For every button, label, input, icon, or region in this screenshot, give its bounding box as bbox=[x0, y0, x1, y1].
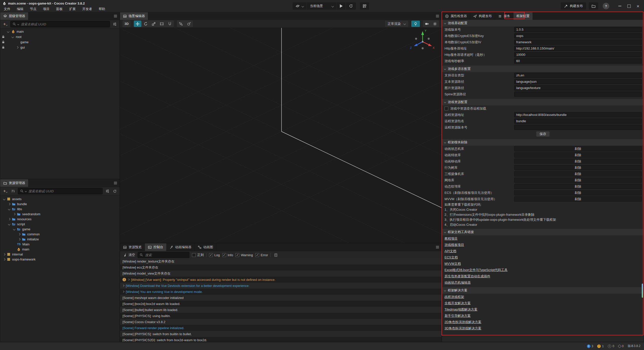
log-row-info[interactable]: [Scene] Forward render pipeline initiali… bbox=[120, 325, 441, 331]
remote-url-input[interactable] bbox=[514, 112, 642, 117]
asset-row-oops-framework[interactable]: oops-framework bbox=[0, 257, 119, 262]
expand-toggle-icon[interactable] bbox=[18, 233, 21, 235]
scene-light-toggle[interactable] bbox=[411, 21, 420, 27]
scene-viewport[interactable]: Y X Z bbox=[120, 28, 441, 243]
asset-row-common[interactable]: common bbox=[0, 232, 119, 237]
section-game-basic[interactable]: 游戏基础配置 bbox=[442, 20, 644, 26]
tree-node-root[interactable]: root bbox=[0, 34, 119, 39]
http-timeout-input[interactable] bbox=[514, 52, 642, 57]
log-file-button[interactable] bbox=[273, 253, 278, 257]
tab-build-publish[interactable]: 构建发布 bbox=[470, 12, 495, 20]
tree-node-gui[interactable]: gui bbox=[0, 45, 119, 50]
move-tool-button[interactable] bbox=[134, 21, 141, 27]
lang-texture-path-input[interactable] bbox=[514, 85, 642, 91]
remote-load-checkbox[interactable] bbox=[445, 107, 448, 110]
asset-row-script[interactable]: script bbox=[0, 222, 119, 227]
log-row[interactable]: [Scene] [PHYSICS]: using builtin. bbox=[120, 313, 441, 319]
remove-move-button[interactable]: 剔除 bbox=[514, 159, 642, 164]
log-row-warning[interactable]: ! [Window] [Vue warn]: Property "onInput… bbox=[120, 277, 441, 283]
ui-gizmo-button[interactable] bbox=[166, 21, 174, 27]
panel-menu-icon[interactable] bbox=[113, 181, 117, 185]
build-publish-button[interactable]: 构建发布 bbox=[561, 2, 586, 10]
preview-qr-button[interactable] bbox=[360, 2, 369, 10]
tree-node-game[interactable]: game bbox=[0, 39, 119, 45]
remove-behavior-button[interactable]: 剔除 bbox=[514, 165, 642, 170]
clear-console-button[interactable]: 清空 bbox=[124, 253, 135, 257]
status-error-count[interactable]: ✕ 0 bbox=[608, 344, 614, 348]
rect-tool-button[interactable] bbox=[158, 21, 166, 27]
expand-log-icon[interactable] bbox=[128, 279, 130, 281]
remove-camera-button[interactable]: 剔除 bbox=[514, 171, 642, 177]
minimize-button[interactable] bbox=[615, 2, 624, 10]
menu-project[interactable]: 项目 bbox=[40, 6, 53, 12]
link-mvvm-docs[interactable]: MVVM文档 bbox=[445, 261, 461, 266]
game-version-input[interactable] bbox=[514, 27, 642, 32]
menu-edit[interactable]: 编辑 bbox=[14, 6, 27, 12]
toggle-3d-button[interactable]: 3D bbox=[123, 21, 130, 27]
asset-row-internal[interactable]: internal bbox=[0, 252, 119, 257]
render-mode-select[interactable]: 正常渲染 bbox=[385, 21, 408, 27]
save-button[interactable]: 保存 bbox=[536, 131, 550, 137]
expand-toggle-icon[interactable] bbox=[12, 36, 14, 38]
link-guide-solution[interactable]: 新手引导解决方案 bbox=[445, 314, 471, 318]
expand-toggle-icon[interactable] bbox=[8, 223, 11, 225]
lang-spine-path-input[interactable] bbox=[514, 92, 642, 97]
remove-effect-button[interactable]: 剔除 bbox=[514, 152, 642, 158]
log-row[interactable]: [Window] model_view文件夹存在 bbox=[120, 271, 441, 277]
log-row[interactable]: [Scene] [PHYSICS]: switch from builtin t… bbox=[120, 331, 441, 337]
expand-toggle-icon[interactable] bbox=[3, 258, 6, 260]
section-modules[interactable]: 框架模块剔除 bbox=[442, 139, 644, 146]
tab-assets[interactable]: 资源管理器 bbox=[0, 179, 28, 187]
panel-menu-icon[interactable] bbox=[435, 14, 439, 18]
tab-framework-config[interactable]: 框架配置 bbox=[513, 12, 533, 20]
expand-toggle-icon[interactable] bbox=[7, 30, 10, 33]
crypto-key-input[interactable] bbox=[514, 33, 642, 38]
languages-input[interactable] bbox=[514, 73, 642, 78]
log-row[interactable]: [Scene] [bullet]:bullet wasm lib loaded. bbox=[120, 307, 441, 313]
log-row[interactable]: [Window] render_texture文件夹存在 bbox=[120, 258, 441, 265]
link-template-project[interactable]: 游戏模板项目 bbox=[445, 243, 464, 247]
link-ecs-docs[interactable]: ECS文档 bbox=[445, 255, 458, 260]
expand-toggle-icon[interactable] bbox=[3, 253, 6, 255]
create-asset-button[interactable]: + bbox=[2, 189, 8, 193]
expand-toggle-icon[interactable] bbox=[3, 198, 6, 200]
asset-row-resources[interactable]: resources bbox=[0, 216, 119, 222]
error-checkbox[interactable]: ✓ bbox=[255, 253, 259, 257]
tab-console[interactable]: 控制台 bbox=[145, 243, 167, 251]
link-3d-rpg-solution[interactable]: 3D角色扮演游戏解决方案 bbox=[445, 326, 481, 331]
asset-row-game[interactable]: game bbox=[0, 227, 119, 232]
info-checkbox[interactable]: ✓ bbox=[222, 253, 226, 257]
section-docs[interactable]: 框架文档工具链接 bbox=[442, 229, 644, 235]
lang-json-path-input[interactable] bbox=[514, 79, 642, 84]
maximize-button[interactable] bbox=[624, 2, 633, 10]
panel-menu-icon[interactable] bbox=[113, 14, 117, 18]
log-row[interactable]: [Scene] meshopt wasm decoder initialized bbox=[120, 295, 441, 301]
remote-version-input[interactable] bbox=[514, 125, 642, 130]
expand-log-icon[interactable] bbox=[122, 291, 124, 293]
view-gizmo[interactable]: Y X Z bbox=[409, 28, 436, 56]
console-search-input[interactable] bbox=[145, 253, 176, 257]
regex-toggle[interactable]: 正则 bbox=[192, 253, 204, 257]
section-language[interactable]: 游戏多语言配置 bbox=[442, 66, 644, 72]
warning-checkbox[interactable]: ✓ bbox=[235, 253, 239, 257]
log-row[interactable]: [Scene] [box2d]:box2d wasm lib loaded. bbox=[120, 301, 441, 307]
asset-row-main-ts[interactable]: Main bbox=[0, 242, 119, 247]
play-button[interactable] bbox=[337, 2, 346, 10]
menu-node[interactable]: 节点 bbox=[27, 6, 40, 12]
remote-bundle-input[interactable] bbox=[514, 118, 642, 124]
inspector-scrollbar-thumb[interactable] bbox=[642, 284, 643, 298]
link-tiledmap-solution[interactable]: Tiledmap地图解决方案 bbox=[445, 307, 477, 312]
remove-dynamic-texture-button[interactable]: 剔除 bbox=[514, 184, 642, 189]
expand-toggle-icon[interactable] bbox=[18, 238, 21, 240]
regex-checkbox[interactable] bbox=[192, 253, 196, 257]
log-row[interactable]: [Scene] [PHYSICS2D]: switch from box2d-w… bbox=[120, 337, 441, 342]
panel-menu-icon[interactable] bbox=[435, 245, 439, 249]
menu-help[interactable]: 帮助 bbox=[95, 6, 108, 12]
sort-assets-button[interactable] bbox=[10, 189, 16, 193]
reload-button[interactable] bbox=[346, 2, 356, 10]
http-server-input[interactable] bbox=[514, 46, 642, 51]
log-row[interactable]: [Scene] Cocos Creator v3.8.2 bbox=[120, 319, 441, 325]
link-tactics-framework[interactable]: 战棋游戏框架 bbox=[445, 295, 464, 299]
expand-toggle-icon[interactable] bbox=[13, 228, 16, 230]
status-warning-count[interactable]: ! 1 bbox=[597, 344, 604, 348]
